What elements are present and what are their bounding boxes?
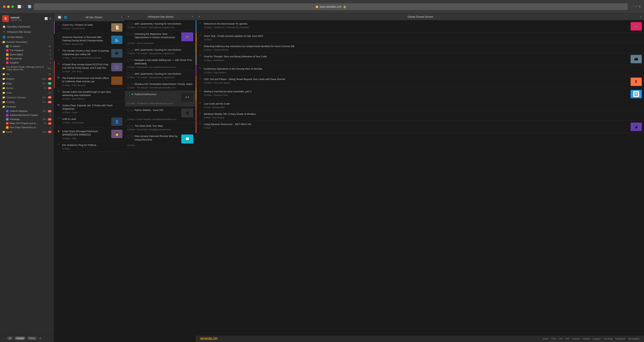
folder-any-broken[interactable]: 📁 Any Broken Feeds, Although Some of The… xyxy=(0,65,54,72)
thumb-image: 📜 xyxy=(111,23,122,32)
feed-count-recomendo: 2 xyxy=(50,57,51,60)
footer-api[interactable]: API xyxy=(559,338,562,340)
story-item[interactable]: Writing a marshal-by-value marshaler, pa… xyxy=(196,88,644,100)
story-item[interactable]: Etcetera #43: Nominative Determinism, Fl… xyxy=(125,81,196,91)
story-item[interactable]: Radical Earthworms le S 11:15am · The Br… xyxy=(125,91,196,107)
story-item[interactable]: Continuous Operations Is the Unsung Hero… xyxy=(196,65,644,76)
back-button[interactable]: ‹ xyxy=(23,5,24,8)
story-item[interactable]: alert: apartments / housing for rent (bo… xyxy=(125,70,196,81)
footer-github[interactable]: GitHub xyxy=(583,338,590,340)
footer-the-blog[interactable]: The Blog xyxy=(604,338,612,340)
sidebar-item-infrequent[interactable]: ✦ Infrequent Site Stories xyxy=(0,29,54,34)
add-feed-button[interactable]: + xyxy=(2,336,5,341)
folder-blogs[interactable]: 📁 Blogs 617 45 xyxy=(0,81,54,86)
story-globe-icon xyxy=(127,49,130,51)
feed-hackaday[interactable]: H Hackaday 245 13 xyxy=(0,117,54,121)
story-item[interactable]: The Senate moved a step closer to passin… xyxy=(54,47,125,61)
global-panel-dropdown[interactable]: ▾ xyxy=(640,15,642,18)
folder-home[interactable]: 📁 Home 819 2 xyxy=(0,130,54,134)
all-filter-button[interactable]: All xyxy=(7,337,13,340)
folder-absolute-newsletters[interactable]: 📁 Absolute Newsletters xyxy=(0,40,54,44)
story-item[interactable]: Navigate a real estate bidding war — wit… xyxy=(125,57,196,70)
story-item[interactable]: bp Justice Dept. Expands Jan. 6 Probe wi… xyxy=(54,102,125,116)
close-button[interactable] xyxy=(3,5,6,8)
story-item[interactable]: Welcome to the best browser for gamers 1… xyxy=(196,20,644,32)
upload-icon[interactable]: ⬆ xyxy=(638,5,641,8)
folder-hardware[interactable]: 📁 Hardware xyxy=(0,104,54,109)
feed-the-prepared[interactable]: T The Prepared 2 xyxy=(0,48,54,52)
story-item[interactable]: Windows Weekly 782: A Hazy Shade of Wind… xyxy=(196,111,644,121)
feed-quora-digest[interactable]: Q Quora Digest 2 xyxy=(0,52,54,57)
feed-songkick[interactable]: S Songkick 2 xyxy=(0,61,54,65)
feed-recomendo[interactable]: R Recomendo 2 xyxy=(0,57,54,61)
feed-make-diy[interactable]: M Make: DIY Projects and Id... 18 1 xyxy=(0,121,54,125)
folder-code[interactable]: 📁 Code 28 xyxy=(0,90,54,95)
story-thumbnail: 🏛 xyxy=(111,49,122,57)
folder-icon-bloglets: 📁 xyxy=(2,77,5,80)
story-item[interactable]: O53: Grit and Failure – Being Tested Bey… xyxy=(196,76,644,88)
story-item[interactable]: ★ Linda Doyle @ImagineTheFuture @INWED19… xyxy=(54,128,125,141)
all-stories-icon: 🌐 xyxy=(64,16,67,19)
story-item[interactable]: Senate makes key breakthrough on gun law… xyxy=(54,88,125,102)
story-content: Continuous Operations Is the Unsung Hero… xyxy=(204,67,642,73)
story-item[interactable]: alert: apartments / housing for rent (bo… xyxy=(125,46,196,57)
folder-cooking[interactable]: 📁 Cooking 571 19 xyxy=(0,100,54,104)
footer-support[interactable]: Support xyxy=(593,338,600,340)
maximize-button[interactable] xyxy=(11,5,14,8)
feed-favicon-make: M xyxy=(6,122,8,125)
story-item[interactable]: alert: apartments / housing for rent (bo… xyxy=(125,20,196,30)
footer-faq[interactable]: FAQ xyxy=(552,338,556,340)
sidebar-item-dashboard[interactable]: 🏠 NewsBlur Dashboard xyxy=(0,24,54,29)
story-meta: 12:46pm · Andrew Das xyxy=(62,43,110,45)
feed-cl-search[interactable]: C CL Search 58 xyxy=(0,44,54,48)
address-bar[interactable]: 🌟 beta.newsblur.com 🔒 xyxy=(34,3,628,10)
feed-cabaret[interactable]: C Cabaret Mechanical Theatre 1 xyxy=(0,113,54,117)
footer-android[interactable]: Android xyxy=(572,338,580,340)
story-item[interactable]: American Swimmer Is Rescued After Fainti… xyxy=(54,34,125,47)
story-item[interactable]: Azure SQL—Public preview updates for lat… xyxy=(196,32,644,43)
footer-facebook[interactable]: Facebook xyxy=(616,338,625,340)
settings-button[interactable]: ⚙ xyxy=(38,336,42,341)
footer-twitter[interactable]: @newsblur xyxy=(628,338,640,340)
story-item[interactable]: Curse You, Posters! (A Sale) 12:50pm · L… xyxy=(54,21,125,34)
story-item[interactable]: Python Weekly - Issue 555 🖥 11:06am · Py… xyxy=(125,107,196,122)
feed-label-nice-chips: Nice Chips: Electronics co... xyxy=(10,126,49,129)
story-read-dot xyxy=(58,49,59,51)
sidebar-toggle-icon[interactable]: ⬜ xyxy=(18,5,21,8)
story-item[interactable]: Unfit to Lead 12:32pm · Jack Dunphy 👤 xyxy=(54,116,125,128)
share-icon[interactable]: ⋯ xyxy=(630,5,634,9)
story-header: alert: apartments / housing for rent (bo… xyxy=(127,72,193,76)
minimize-button[interactable] xyxy=(7,5,10,8)
story-item[interactable]: Low Code and No Code 9:41am · Melissa Ha… xyxy=(196,100,644,111)
folder-count-boston: 73 xyxy=(44,87,46,89)
story-meta: 12:50pm · Lost Art Press xyxy=(62,27,110,30)
folder-bloglets[interactable]: 📁 Bloglets 1192 3 xyxy=(0,76,54,81)
folder-art[interactable]: 📁 Art 95 xyxy=(0,72,54,76)
story-item[interactable]: Using Dynamic Resources - .NET MAUI 101 … xyxy=(196,121,644,133)
story-item[interactable]: Eric Greitens's Plug for Political... 12… xyxy=(54,142,125,152)
new-tab-button[interactable]: + xyxy=(635,4,637,9)
story-item[interactable]: bp The Federal Government Just Dealt a B… xyxy=(54,75,125,88)
story-item[interactable]: The Desk Shelf, Your Way 11:05am · Grove… xyxy=(125,122,196,133)
story-item[interactable]: Food for Thought: Silos and Being Defens… xyxy=(196,53,644,65)
folder-comics[interactable]: 📁 Comics & Cartoons 107 56 xyxy=(0,95,54,100)
sidebar-item-all[interactable]: 🌐 All Site Stories xyxy=(0,34,54,40)
focus-filter-button[interactable]: Focus xyxy=(27,337,37,340)
footer-ios[interactable]: iOS xyxy=(565,338,569,340)
story-item[interactable]: A Death Row Inmate Asked SCOTUS If He Ca… xyxy=(54,61,125,75)
story-item[interactable]: Unlocking the Metaverse: New Opportuniti… xyxy=(125,30,196,46)
feed-label-songkick: Songkick xyxy=(10,61,49,64)
settings-icon[interactable]: ⚙ xyxy=(49,17,52,20)
feed-adafruit[interactable]: A Adafruit Industries 431 11 xyxy=(0,109,54,113)
forward-button[interactable]: › xyxy=(25,5,26,8)
story-item[interactable]: Detecting malicious key extractions by c… xyxy=(196,43,644,53)
all-stories-dropdown[interactable]: ▾ xyxy=(121,16,122,19)
panel-all-selector[interactable]: ⬜ xyxy=(57,15,62,19)
story-item[interactable]: How carwow Improved Remote Work by Using… xyxy=(125,133,196,149)
unread-filter-button[interactable]: Unread xyxy=(14,337,26,340)
footer-about[interactable]: About xyxy=(543,338,548,340)
infrequent-panel-dropdown[interactable]: ▾ xyxy=(192,15,193,18)
folder-boston[interactable]: 📁 Boston 73 16 xyxy=(0,86,54,90)
feed-nice-chips[interactable]: N Nice Chips: Electronics co... 2 xyxy=(0,125,54,130)
activity-icon[interactable]: 📊 xyxy=(44,17,48,20)
